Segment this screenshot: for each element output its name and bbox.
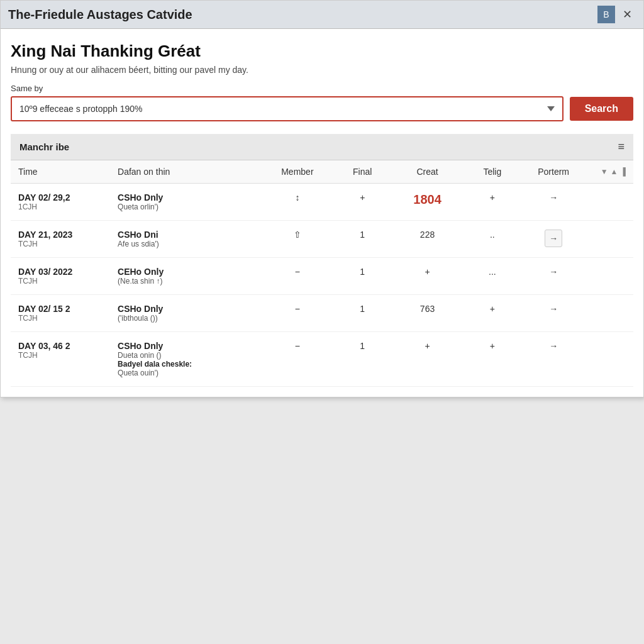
cell-time-3: DAY 02/ 15 2TCJH (11, 295, 110, 332)
cell-final-4[interactable]: 1 (332, 332, 393, 387)
cell-telig-1[interactable]: .. (462, 221, 523, 258)
cell-creat-4: + (393, 332, 462, 387)
cell-final-3[interactable]: 1 (332, 295, 393, 332)
cell-porterm-3[interactable]: → (523, 295, 584, 332)
sort-desc-icon[interactable]: ▼ (601, 167, 608, 176)
cell-porterm-2[interactable]: → (523, 258, 584, 295)
col-header-telig: Telig (462, 160, 523, 184)
app-window: The-Friedule Austages Catvide B ✕ Xing N… (0, 0, 644, 397)
col-header-sort: ▼ ▲ ▐ (584, 160, 633, 184)
cell-telig-3[interactable]: + (462, 295, 523, 332)
cell-member-0[interactable]: ↕ (263, 184, 331, 221)
col-header-final: Final (332, 160, 393, 184)
section-title: Manchr ibe (19, 142, 69, 152)
cell-time-1: DAY 21, 2023TCJH (11, 221, 110, 258)
col-header-member: Member (263, 160, 331, 184)
cell-desc-2: CEHo Only(Ne.ta shin ↑) (110, 258, 263, 295)
window-title: The-Friedule Austages Catvide (8, 8, 192, 22)
search-select[interactable]: 10º9 effeceae s protopph 190% (11, 96, 564, 121)
table-header: Time Dafan on thin Member Final Creat Te… (11, 160, 633, 184)
cell-desc-1: CSHo DniAfe us sdia') (110, 221, 263, 258)
col-header-time: Time (11, 160, 110, 184)
search-label: Same by (11, 84, 633, 93)
cell-creat-1: 228 (393, 221, 462, 258)
window-icon[interactable]: B (597, 6, 615, 23)
cell-time-0: DAY 02/ 29,21CJH (11, 184, 110, 221)
cell-creat-3: 763 (393, 295, 462, 332)
page-subtitle: Hnung or ouy at our alihacem béert, bitt… (11, 65, 633, 75)
menu-icon[interactable]: ≡ (618, 140, 625, 153)
col-header-porterm: Porterm (523, 160, 584, 184)
section-header: Manchr ibe ≡ (11, 134, 633, 160)
page-title: Xing Nai Thanking Gréat (11, 42, 633, 61)
cell-member-2[interactable]: − (263, 258, 331, 295)
cell-sort-0 (584, 184, 633, 221)
cell-telig-0[interactable]: + (462, 184, 523, 221)
cell-porterm-4[interactable]: → (523, 332, 584, 387)
col-header-desc: Dafan on thin (110, 160, 263, 184)
cell-sort-2 (584, 258, 633, 295)
content-area: Xing Nai Thanking Gréat Hnung or ouy at … (1, 29, 643, 397)
cell-telig-4[interactable]: + (462, 332, 523, 387)
cell-member-3[interactable]: − (263, 295, 331, 332)
data-table: Time Dafan on thin Member Final Creat Te… (11, 160, 633, 387)
cell-sort-3 (584, 295, 633, 332)
cell-sort-4 (584, 332, 633, 387)
cell-porterm-1[interactable]: → (523, 221, 584, 258)
cell-time-2: DAY 03/ 2022TCJH (11, 258, 110, 295)
cell-creat-0: 1804 (393, 184, 462, 221)
cell-member-4[interactable]: − (263, 332, 331, 387)
sort-neutral-icon[interactable]: ▐ (620, 167, 626, 176)
col-header-creat: Creat (393, 160, 462, 184)
cell-member-1[interactable]: ⇧ (263, 221, 331, 258)
search-row: 10º9 effeceae s protopph 190% Search (11, 96, 633, 121)
table-row: DAY 03, 46 2TCJHCSHo DnlyDueta onin ()Ba… (11, 332, 633, 387)
sort-asc-icon[interactable]: ▲ (611, 167, 618, 176)
cell-desc-3: CSHo Dnly('ibthoula ()) (110, 295, 263, 332)
table-row: DAY 21, 2023TCJHCSHo DniAfe us sdia')⇧12… (11, 221, 633, 258)
window-controls: B ✕ (597, 6, 636, 23)
search-button[interactable]: Search (570, 97, 633, 121)
cell-final-0[interactable]: + (332, 184, 393, 221)
cell-final-1[interactable]: 1 (332, 221, 393, 258)
cell-porterm-0[interactable]: → (523, 184, 584, 221)
cell-desc-4: CSHo DnlyDueta onin ()Badyel dala cheskl… (110, 332, 263, 387)
close-button[interactable]: ✕ (619, 6, 636, 23)
cell-desc-0: CSHo DnlyQueta orlin') (110, 184, 263, 221)
table-row: DAY 03/ 2022TCJHCEHo Only(Ne.ta shin ↑)−… (11, 258, 633, 295)
table-row: DAY 02/ 15 2TCJHCSHo Dnly('ibthoula ())−… (11, 295, 633, 332)
title-bar: The-Friedule Austages Catvide B ✕ (1, 1, 643, 29)
cell-creat-2: + (393, 258, 462, 295)
table-body: DAY 02/ 29,21CJHCSHo DnlyQueta orlin')↕+… (11, 184, 633, 387)
cell-sort-1 (584, 221, 633, 258)
cell-final-2[interactable]: 1 (332, 258, 393, 295)
cell-time-4: DAY 03, 46 2TCJH (11, 332, 110, 387)
cell-telig-2[interactable]: ... (462, 258, 523, 295)
porterm-arrow-btn-1[interactable]: → (545, 230, 562, 247)
table-row: DAY 02/ 29,21CJHCSHo DnlyQueta orlin')↕+… (11, 184, 633, 221)
